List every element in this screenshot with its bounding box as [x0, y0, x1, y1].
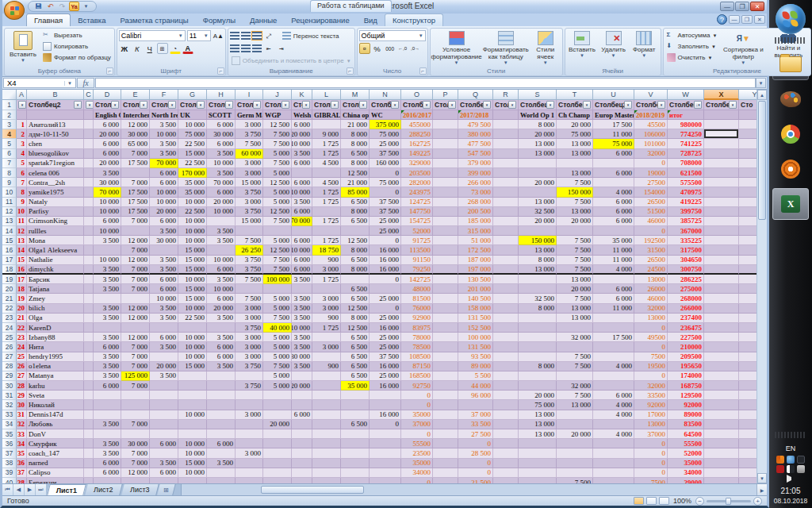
- filter-dropdown-icon[interactable]: ▾: [331, 101, 339, 109]
- cell-D9[interactable]: 30 000: [94, 178, 121, 187]
- page-layout-view-button[interactable]: [646, 497, 657, 505]
- cell-B15[interactable]: Mona: [27, 236, 84, 245]
- normal-view-button[interactable]: [634, 497, 644, 505]
- filter-cell-W1[interactable]: Столбец27↓▾: [668, 100, 704, 110]
- cell-Y35[interactable]: [739, 429, 756, 439]
- cell-L5[interactable]: 1 725: [312, 139, 341, 148]
- cell-W8[interactable]: 621500: [668, 168, 704, 178]
- cell-K27[interactable]: 30 000: [292, 352, 312, 362]
- cell-W15[interactable]: 335225: [668, 236, 704, 245]
- cell-L12[interactable]: [312, 207, 341, 217]
- row-header-39[interactable]: 39: [2, 468, 17, 478]
- cell-H25[interactable]: 3 500: [207, 333, 236, 342]
- cell-L17[interactable]: 900: [312, 256, 341, 265]
- cell-H36[interactable]: 6 000: [207, 439, 236, 448]
- cell-F7[interactable]: 70 000: [150, 159, 178, 168]
- cell-L9[interactable]: 4 500: [312, 178, 341, 187]
- cell-J22[interactable]: 5 000: [263, 304, 292, 314]
- sheet-tab-Лист3[interactable]: Лист3: [121, 484, 159, 495]
- taskbar-chrome-button[interactable]: [772, 118, 809, 150]
- cell-J23[interactable]: 7 500: [263, 314, 292, 323]
- cell-C33[interactable]: [84, 410, 94, 420]
- cell-I4[interactable]: 3 750: [236, 129, 263, 139]
- cell-Q25[interactable]: 100 000: [458, 333, 493, 342]
- cell-G10[interactable]: 35 000: [178, 187, 207, 197]
- cell-L20[interactable]: [312, 284, 341, 294]
- cell-M4[interactable]: 8 000: [341, 129, 370, 139]
- cell-E7[interactable]: 17 500: [121, 159, 150, 168]
- row-header-27[interactable]: 27: [2, 352, 17, 362]
- page-break-view-button[interactable]: [659, 497, 669, 505]
- cell-R19[interactable]: [493, 275, 519, 284]
- cell-O12[interactable]: 147750: [401, 207, 433, 217]
- cell-B11[interactable]: Nataly: [27, 198, 84, 207]
- cell-D35[interactable]: [94, 429, 121, 439]
- cell-D40[interactable]: [94, 478, 121, 483]
- cell-S19[interactable]: [519, 275, 557, 284]
- cell-D24[interactable]: [94, 323, 121, 333]
- cell-E11[interactable]: 17 500: [121, 198, 150, 207]
- cell-B31[interactable]: Sveta: [27, 391, 84, 400]
- cell-R18[interactable]: [493, 265, 519, 275]
- row-header-19[interactable]: 19: [2, 275, 17, 284]
- column-header-W[interactable]: W: [668, 90, 704, 100]
- cell-O40[interactable]: 0: [401, 478, 433, 483]
- align-right-icon[interactable]: [252, 44, 262, 52]
- cell-N37[interactable]: [370, 448, 401, 458]
- row-header-22[interactable]: 22: [2, 304, 17, 314]
- cell-C39[interactable]: [84, 468, 94, 478]
- cell-T39[interactable]: [557, 468, 593, 478]
- cell-R17[interactable]: [493, 256, 519, 265]
- cell-T27[interactable]: 7 500: [557, 352, 593, 362]
- cell-V14[interactable]: 0: [634, 226, 668, 236]
- cell-J12[interactable]: 12 500: [263, 207, 292, 217]
- cell-F8[interactable]: 6 000: [150, 168, 178, 178]
- cell-F38[interactable]: 3 500: [150, 459, 178, 468]
- cell-X29[interactable]: [704, 371, 739, 381]
- cell-D18[interactable]: 3 500: [94, 265, 121, 275]
- cell-D32[interactable]: [94, 400, 121, 410]
- cell-V22[interactable]: 32000: [634, 304, 668, 314]
- cell-Y11[interactable]: [739, 198, 756, 207]
- cell-H29[interactable]: [207, 371, 236, 381]
- font-dialog-launcher-icon[interactable]: ⌐: [217, 67, 224, 75]
- cell-T34[interactable]: [557, 420, 593, 429]
- help-icon[interactable]: ?: [717, 14, 727, 25]
- cell-E3[interactable]: 12 000: [121, 120, 150, 129]
- cell-B29[interactable]: Matanya: [27, 371, 84, 381]
- cell-I27[interactable]: 3 000: [236, 352, 263, 362]
- cell-G25[interactable]: 10 000: [178, 333, 207, 342]
- cell-X7[interactable]: [704, 159, 739, 168]
- cell-U7[interactable]: [593, 159, 634, 168]
- cell-D11[interactable]: 10 000: [94, 198, 121, 207]
- cell-U20[interactable]: 6 000: [593, 284, 634, 294]
- cell-W27[interactable]: 209500: [668, 352, 704, 362]
- cell-A21[interactable]: 19: [17, 294, 27, 303]
- cell-G5[interactable]: 22 500: [178, 139, 207, 148]
- tab-Вставка[interactable]: Вставка: [71, 14, 113, 26]
- cell-O14[interactable]: 52000: [401, 226, 433, 236]
- cell-K35[interactable]: [292, 429, 312, 439]
- cell-D14[interactable]: 10 000: [94, 226, 121, 236]
- cell-J34[interactable]: 20 000: [263, 420, 292, 429]
- cell-V39[interactable]: 0: [634, 468, 668, 478]
- cell-K11[interactable]: 3 500: [292, 198, 312, 207]
- filter-dropdown-icon[interactable]: ▾: [253, 101, 261, 109]
- cell-E32[interactable]: [121, 400, 150, 410]
- cell-Q8[interactable]: 399 000: [458, 168, 493, 178]
- filter-cell-H1[interactable]: Столб▾: [207, 100, 236, 110]
- cell-H15[interactable]: 3 500: [207, 236, 236, 245]
- cell-I32[interactable]: [236, 400, 263, 410]
- cell-A35[interactable]: 33: [17, 429, 27, 439]
- cell-L30[interactable]: [312, 381, 341, 391]
- cell-H23[interactable]: 3 500: [207, 314, 236, 323]
- cell-Q7[interactable]: 379 000: [458, 159, 493, 168]
- cell-E24[interactable]: [121, 323, 150, 333]
- cell-R34[interactable]: [493, 420, 519, 429]
- cell-E22[interactable]: 12 000: [121, 304, 150, 314]
- cell-X30[interactable]: [704, 381, 739, 391]
- cell-I12[interactable]: 3 750: [236, 207, 263, 217]
- cell-K6[interactable]: 3 500: [292, 149, 312, 159]
- row-header-33[interactable]: 33: [2, 410, 17, 420]
- cell-X27[interactable]: [704, 352, 739, 362]
